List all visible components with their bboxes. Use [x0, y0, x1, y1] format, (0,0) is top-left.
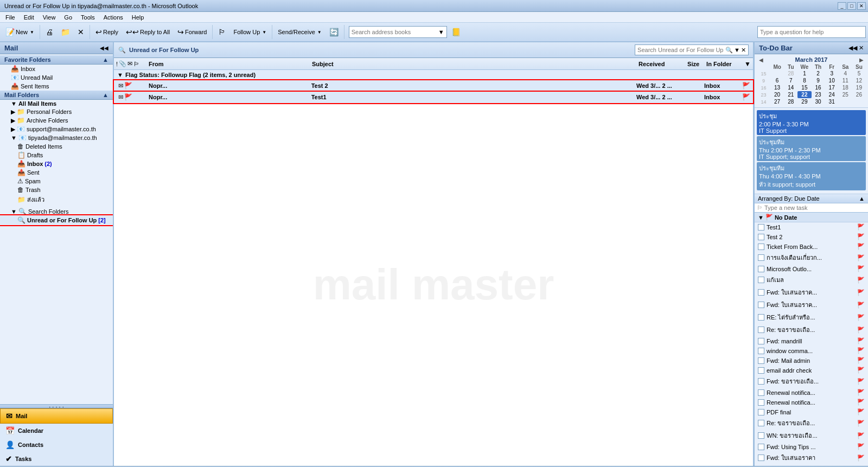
- print-button[interactable]: 🖨: [42, 24, 56, 40]
- cal-cell[interactable]: 20: [770, 91, 784, 98]
- folder-personal[interactable]: ▶ 📁 Personal Folders: [0, 107, 113, 116]
- nav-contacts[interactable]: 👤 Contacts: [0, 438, 113, 452]
- reply-button[interactable]: ↩ Reply: [92, 24, 122, 40]
- reply-all-button[interactable]: ↩↩ Reply to All: [123, 24, 173, 40]
- cal-cell[interactable]: 15: [797, 84, 811, 91]
- importance-col-header[interactable]: !: [116, 61, 118, 67]
- mail-folders-toggle[interactable]: ▲: [103, 92, 108, 98]
- task-flag-icon[interactable]: 🚩: [857, 233, 865, 240]
- task-checkbox[interactable]: [758, 444, 764, 450]
- folder-unread-mail[interactable]: 📧 Unread Mail: [0, 73, 113, 82]
- send-receive-dropdown-arrow[interactable]: ▼: [317, 30, 322, 35]
- folder-unread-followup[interactable]: 🔍 Unread or For Follow Up [2]: [0, 216, 113, 225]
- todo-collapse[interactable]: ◀◀: [848, 44, 857, 52]
- task-arrange-scroll-up[interactable]: ▲: [859, 195, 865, 202]
- size-col-header[interactable]: Size: [687, 61, 706, 67]
- task-flag-icon[interactable]: 🚩: [857, 327, 865, 334]
- cal-cell[interactable]: 5: [852, 70, 866, 77]
- task-checkbox[interactable]: [758, 357, 764, 364]
- minimize-button[interactable]: _: [838, 2, 846, 10]
- window-controls[interactable]: _ □ ✕: [838, 2, 866, 10]
- cal-cell[interactable]: 13: [770, 84, 784, 91]
- flag-button[interactable]: 🏳: [215, 24, 229, 40]
- task-item[interactable]: Renewal notifica... 🚩: [755, 388, 868, 398]
- cal-cell[interactable]: 2: [812, 70, 825, 77]
- cal-cell[interactable]: 16: [812, 84, 825, 91]
- cal-cell[interactable]: 27: [770, 98, 784, 105]
- task-flag-icon[interactable]: 🚩: [857, 223, 865, 231]
- search-clear-icon[interactable]: ✕: [741, 47, 746, 54]
- folder-sent-thai[interactable]: 📁 ส่งแล้ว: [0, 194, 113, 205]
- favorite-folders-toggle[interactable]: ▲: [103, 56, 108, 63]
- nav-tasks[interactable]: ✔ Tasks: [0, 452, 113, 466]
- center-search-input[interactable]: [637, 47, 724, 53]
- group-expand-icon[interactable]: ▼: [117, 72, 123, 78]
- cal-cell[interactable]: 8: [797, 77, 811, 84]
- support-expand[interactable]: ▶: [11, 126, 15, 133]
- personal-expand[interactable]: ▶: [11, 108, 15, 116]
- task-flag-icon[interactable]: 🚩: [857, 389, 865, 396]
- cal-prev[interactable]: ◀: [757, 57, 765, 63]
- panel-collapse-arrows[interactable]: ◀◀: [100, 45, 108, 51]
- search-book-button[interactable]: 📒: [448, 24, 464, 40]
- folder-inbox-fav[interactable]: 📥 Inbox: [0, 65, 113, 73]
- task-flag-icon[interactable]: 🚩: [857, 289, 865, 296]
- task-group-expand[interactable]: ▼: [758, 214, 764, 221]
- task-checkbox[interactable]: [758, 378, 764, 385]
- new-dropdown-arrow[interactable]: ▼: [30, 30, 34, 35]
- sync-button[interactable]: 🔄: [326, 24, 342, 40]
- cal-cell[interactable]: [852, 98, 866, 105]
- all-mail-dropdown[interactable]: ▼: [11, 100, 17, 107]
- send-receive-button[interactable]: Send/Receive ▼: [275, 24, 324, 40]
- followup-dropdown-arrow[interactable]: ▼: [262, 30, 266, 35]
- cal-cell[interactable]: 25: [839, 91, 852, 98]
- task-flag-icon[interactable]: 🚩: [857, 314, 865, 321]
- task-item[interactable]: Fwd: Mail admin 🚩: [755, 356, 868, 366]
- filter-icon[interactable]: ▼: [744, 60, 751, 68]
- folder-archive[interactable]: ▶ 📁 Archive Folders: [0, 116, 113, 125]
- task-item[interactable]: Fwd: Using Tips ... 🚩: [755, 442, 868, 452]
- search-go-icon[interactable]: 🔍: [725, 47, 733, 54]
- row-flag-btn-1[interactable]: 🚩: [742, 82, 751, 89]
- move-button[interactable]: 📁: [58, 24, 73, 40]
- task-flag-icon[interactable]: 🚩: [857, 443, 865, 450]
- task-flag-icon[interactable]: 🚩: [857, 302, 865, 309]
- cal-cell[interactable]: 3: [825, 70, 839, 77]
- cal-cell[interactable]: 9: [812, 77, 825, 84]
- task-flag-icon[interactable]: 🚩: [857, 243, 865, 250]
- task-checkbox[interactable]: [758, 409, 764, 415]
- menu-go[interactable]: Go: [61, 13, 75, 22]
- cal-cell[interactable]: 24: [825, 91, 839, 98]
- cal-cell[interactable]: 23: [812, 91, 825, 98]
- cal-cell[interactable]: 21: [784, 91, 797, 98]
- todo-close[interactable]: ✕: [859, 44, 864, 52]
- task-checkbox[interactable]: [758, 348, 764, 354]
- task-flag-icon[interactable]: 🚩: [857, 357, 865, 364]
- nav-calendar[interactable]: 📅 Calendar: [0, 424, 113, 438]
- address-search-dropdown[interactable]: ▼: [438, 29, 444, 35]
- task-flag-icon[interactable]: 🚩: [857, 432, 865, 439]
- folder-trash[interactable]: 🗑 Trash: [0, 185, 113, 194]
- favorite-folders-header[interactable]: Favorite Folders ▲: [0, 55, 113, 65]
- folder-support[interactable]: ▶ 📧 support@mailmaster.co.th: [0, 125, 113, 133]
- task-flag-icon[interactable]: 🚩: [857, 254, 865, 261]
- close-button[interactable]: ✕: [857, 2, 866, 10]
- task-flag-icon[interactable]: 🚩: [857, 347, 865, 354]
- new-button[interactable]: 📝 New ▼: [2, 24, 37, 40]
- cal-cell[interactable]: 7: [784, 77, 797, 84]
- cal-cell[interactable]: 12: [852, 77, 866, 84]
- task-checkbox[interactable]: [758, 289, 764, 296]
- email-row[interactable]: ✉ 🚩 Nopr... Test 2 Wed 3/... 2 ... Inbox…: [114, 80, 753, 92]
- task-item[interactable]: Ticket From Back... 🚩: [755, 242, 868, 252]
- followup-button[interactable]: Follow Up ▼: [230, 24, 270, 40]
- cal-cell[interactable]: [839, 98, 852, 105]
- task-item[interactable]: WN: ขอราขอเถือ... 🚩: [755, 430, 868, 442]
- folder-spam[interactable]: ⚠ Spam: [0, 177, 113, 185]
- task-item[interactable]: Fwd: ใบเสนอราค... 🚩: [755, 299, 868, 311]
- cal-cell[interactable]: 14: [784, 84, 797, 91]
- nav-mail[interactable]: ✉ Mail: [0, 408, 113, 424]
- task-item[interactable]: Renewal notifica... 🚩: [755, 398, 868, 407]
- search-folders-item[interactable]: ▼ 🔍 Search Folders: [0, 207, 113, 216]
- cal-cell[interactable]: 28: [784, 70, 797, 77]
- help-input[interactable]: [760, 29, 847, 35]
